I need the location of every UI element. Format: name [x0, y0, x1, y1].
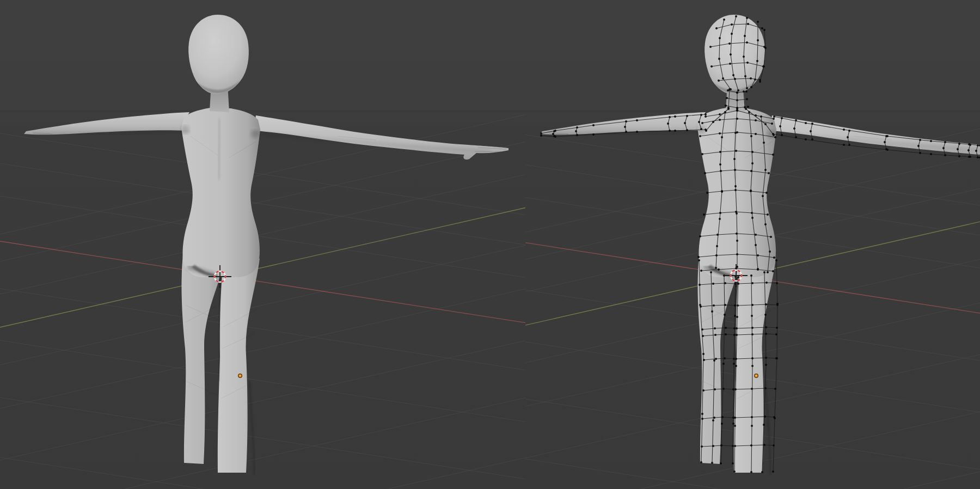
vertex-dot: [773, 118, 775, 120]
vertex-dot: [750, 274, 752, 277]
vertex-dot: [751, 327, 754, 329]
vertex-dot: [764, 169, 767, 171]
vertex-dot: [734, 388, 737, 390]
vertex-dot: [722, 363, 725, 365]
vertex-dot: [751, 315, 753, 317]
vertex-dot: [762, 65, 764, 68]
vertex-dot: [930, 153, 932, 155]
vertex-dot: [636, 119, 638, 121]
vertex-dot: [847, 136, 849, 138]
vertex-dot: [667, 123, 669, 125]
vertex-dot: [746, 87, 748, 89]
vertex-dot: [725, 333, 727, 335]
vertex-dot: [715, 358, 717, 360]
vertex-dot: [721, 136, 723, 138]
vertex-dot: [735, 358, 737, 360]
vertex-dot: [773, 416, 775, 418]
object-origin-dot: [238, 374, 242, 378]
vertex-dot: [723, 19, 725, 21]
vertex-dot: [736, 118, 738, 120]
vertex-dot: [843, 144, 845, 146]
vertex-dot: [592, 124, 595, 126]
vertex-dot: [732, 445, 734, 447]
vertex-dot: [710, 65, 713, 68]
vertex-dot: [763, 46, 765, 48]
vertex-dot: [848, 144, 850, 146]
vertex-dot: [751, 365, 754, 367]
vertex-dot: [747, 23, 749, 25]
vertex-dot: [724, 314, 726, 316]
vertex-dot: [733, 158, 736, 160]
vertex-dot: [734, 445, 736, 447]
vertex-dot: [745, 90, 748, 93]
vertex-dot: [731, 33, 733, 35]
vertex-dot: [942, 147, 945, 149]
vertex-dot: [765, 357, 767, 359]
vertex-dot: [669, 116, 671, 118]
vertex-dot: [769, 250, 771, 253]
vertex-dot: [765, 282, 768, 284]
vertex-dot: [720, 170, 722, 172]
vertex-dot: [713, 359, 715, 362]
vertex-dot: [746, 41, 748, 44]
vertex-dot: [718, 80, 720, 82]
vertex-dot: [540, 132, 542, 135]
vertex-dot: [805, 122, 807, 124]
vertex-dot: [745, 108, 747, 110]
vertex-dot: [733, 334, 736, 336]
vertex-dot: [702, 335, 704, 337]
vertex-dot: [625, 120, 627, 123]
vertex-dot: [700, 305, 702, 308]
vertex-dot: [764, 415, 766, 418]
vertex-dot: [755, 119, 757, 121]
vertex-dot: [736, 91, 738, 94]
vertex-dot: [737, 89, 739, 91]
vertex-dot: [686, 129, 688, 131]
vertex-dot: [751, 416, 753, 418]
vertex-dot: [751, 282, 754, 284]
vertex-dot: [701, 445, 703, 448]
vertex-dot: [735, 150, 737, 152]
vertex-dot: [744, 75, 746, 77]
vertex-dot: [721, 416, 724, 418]
vertex-dot: [727, 108, 730, 110]
vertex-dot: [944, 141, 946, 143]
vertex-dot: [735, 211, 737, 213]
vertex-dot: [750, 86, 752, 88]
vertex-dot: [705, 115, 707, 118]
vertex-dot: [776, 304, 779, 306]
vertex-dot: [719, 218, 721, 220]
vertex-dot: [713, 417, 715, 419]
vertex-dot: [744, 35, 746, 37]
vertex-dot: [772, 470, 774, 473]
vertex-dot: [733, 358, 735, 360]
vertex-dot: [765, 333, 767, 335]
vertex-dot: [698, 121, 700, 123]
vertex-dot: [775, 357, 777, 359]
vertex-dot: [736, 109, 738, 111]
vertex-dot: [674, 115, 676, 118]
vertex-dot: [746, 17, 748, 19]
vertex-dot: [737, 276, 739, 278]
vertex-dot: [969, 156, 971, 158]
vertex-dot: [703, 213, 705, 216]
vertex-dot: [746, 98, 748, 100]
vertex-dot: [755, 244, 757, 246]
vertex-dot: [701, 413, 703, 415]
vertex-dot: [772, 270, 774, 272]
vertex-dot: [724, 282, 726, 284]
vertex-dot: [699, 284, 701, 286]
vertex-dot: [719, 132, 721, 135]
vertex-dot: [719, 119, 721, 121]
vertex-dot: [885, 148, 887, 150]
vertex-dot: [700, 128, 702, 130]
vertex-dot: [750, 444, 752, 447]
vertex-dot: [811, 123, 813, 125]
vertex-dot: [773, 444, 775, 447]
vertex-dot: [714, 327, 716, 329]
vertex-dot: [732, 388, 734, 390]
vertex-dot: [759, 79, 761, 81]
vertex-dot: [736, 240, 738, 242]
vertex-dot: [735, 15, 737, 17]
vertex-dot: [733, 327, 736, 329]
